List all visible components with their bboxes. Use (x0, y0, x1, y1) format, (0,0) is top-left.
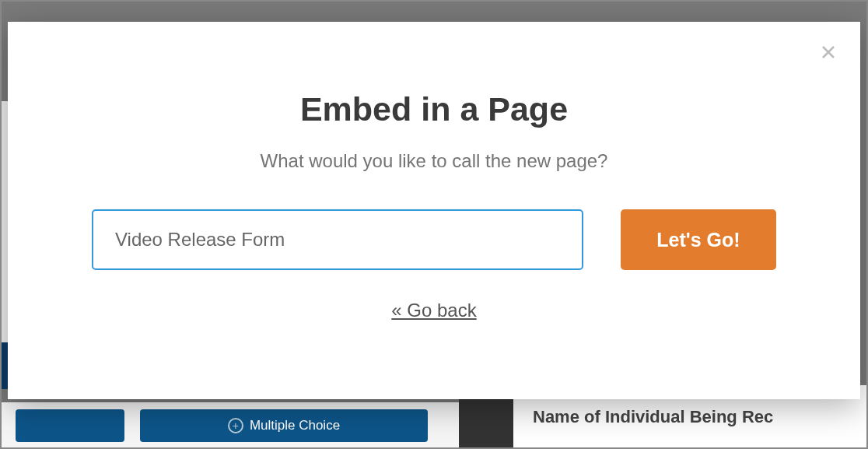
bg-sidebar (0, 101, 8, 374)
modal-title: Embed in a Page (300, 90, 568, 128)
bg-button2-label: Multiple Choice (250, 418, 340, 433)
lets-go-button[interactable]: Let's Go! (621, 209, 776, 270)
page-name-input[interactable] (92, 209, 583, 270)
input-row: Let's Go! (8, 209, 860, 270)
bg-button-multiple-choice: + Multiple Choice (140, 409, 428, 442)
go-back-link[interactable]: « Go back (391, 300, 476, 321)
bg-right-panel-text: Name of Individual Being Rec (533, 407, 773, 427)
embed-page-modal: Embed in a Page What would you like to c… (8, 22, 860, 399)
modal-subtitle: What would you like to call the new page… (261, 150, 608, 172)
bg-button-1 (16, 409, 124, 442)
close-icon[interactable] (820, 44, 837, 61)
plus-circle-icon: + (228, 418, 243, 433)
bg-dark-tab (0, 342, 8, 389)
